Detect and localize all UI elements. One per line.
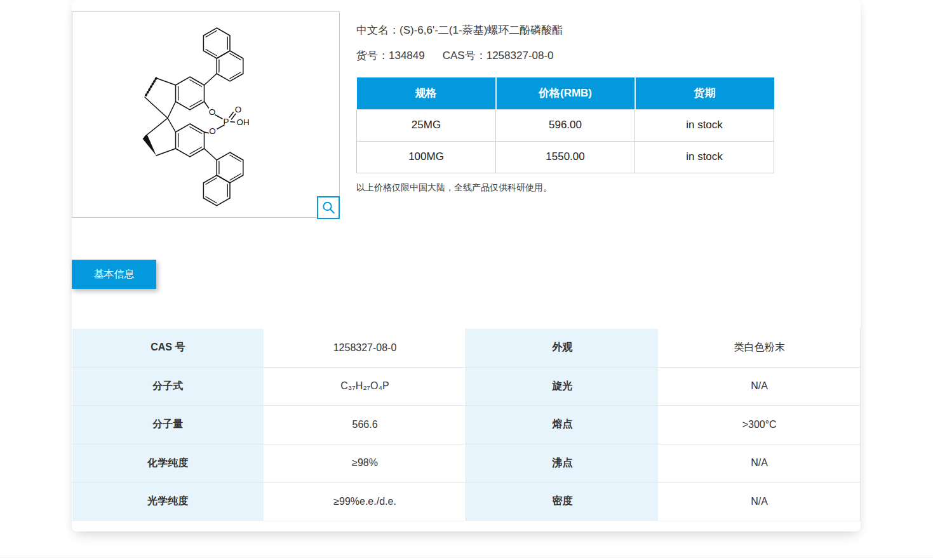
property-row: 分子式 C₃₇H₂₇O₄P 旋光 N/A — [72, 367, 861, 406]
svg-text:O: O — [209, 107, 216, 117]
product-detail-card: O P O OH O 中文名：(S)-6,6'-二(1-萘基)螺环二酚磷酸酯 货… — [72, 0, 861, 531]
property-label: 分子式 — [72, 367, 264, 406]
product-name: (S)-6,6'-二(1-萘基)螺环二酚磷酸酯 — [399, 24, 563, 36]
property-label: CAS 号 — [72, 329, 264, 368]
property-label: 分子量 — [72, 406, 264, 444]
property-row: 分子量 566.6 熔点 >300°C — [72, 406, 861, 444]
tab-basic-info[interactable]: 基本信息 — [72, 260, 156, 289]
svg-text:O: O — [209, 126, 216, 136]
svg-text:P: P — [223, 117, 229, 126]
price-row: 25MG 596.00 in stock — [357, 109, 774, 141]
price-cell-availability: in stock — [635, 141, 774, 173]
product-name-line: 中文名：(S)-6,6'-二(1-萘基)螺环二酚磷酸酯 — [356, 23, 861, 38]
property-label: 化学纯度 — [72, 444, 264, 483]
price-cell-availability: in stock — [635, 109, 774, 141]
property-label: 密度 — [466, 483, 659, 521]
property-row: 化学纯度 ≥98% 沸点 N/A — [72, 444, 861, 483]
product-id-line: 货号：134849CAS号：1258327-08-0 — [356, 48, 861, 63]
item-no-label: 货号： — [356, 50, 389, 62]
cas-label: CAS号： — [443, 50, 487, 62]
price-cell-price: 596.00 — [496, 109, 635, 141]
property-value: 类白色粉末 — [659, 329, 861, 368]
price-header-spec: 规格 — [357, 77, 496, 109]
property-label: 外观 — [466, 329, 659, 368]
property-value: N/A — [659, 483, 861, 521]
property-row: 光学纯度 ≥99%e.e./d.e. 密度 N/A — [72, 483, 861, 521]
structure-image-box: O P O OH O — [72, 11, 340, 218]
property-value: >300°C — [659, 406, 861, 444]
property-value: N/A — [659, 367, 861, 406]
price-table-header-row: 规格 价格(RMB) 货期 — [357, 77, 774, 109]
product-info: 中文名：(S)-6,6'-二(1-萘基)螺环二酚磷酸酯 货号：134849CAS… — [356, 11, 861, 194]
molecule-structure-image: O P O OH O — [72, 12, 339, 217]
zoom-button[interactable] — [317, 196, 340, 219]
price-header-price: 价格(RMB) — [496, 77, 635, 109]
property-value: ≥99%e.e./d.e. — [264, 483, 466, 521]
item-no: 134849 — [389, 50, 425, 62]
property-value: 566.6 — [264, 406, 466, 444]
property-value: N/A — [659, 444, 861, 483]
property-label: 旋光 — [466, 367, 659, 406]
price-note: 以上价格仅限中国大陆，全线产品仅供科研使用。 — [356, 182, 861, 194]
property-label: 光学纯度 — [72, 483, 264, 521]
property-row: CAS 号 1258327-08-0 外观 类白色粉末 — [72, 329, 861, 368]
price-header-availability: 货期 — [635, 77, 774, 109]
property-value: C₃₇H₂₇O₄P — [264, 367, 466, 406]
svg-text:OH: OH — [237, 117, 250, 127]
product-name-label: 中文名： — [356, 24, 399, 36]
price-row: 100MG 1550.00 in stock — [357, 141, 774, 173]
tab-row: 基本信息 — [72, 260, 861, 289]
svg-text:O: O — [235, 105, 242, 114]
price-cell-spec: 100MG — [357, 141, 496, 173]
property-value: ≥98% — [264, 444, 466, 483]
price-cell-spec: 25MG — [357, 109, 496, 141]
properties-table: CAS 号 1258327-08-0 外观 类白色粉末 分子式 C₃₇H₂₇O₄… — [72, 328, 861, 521]
top-section: O P O OH O 中文名：(S)-6,6'-二(1-萘基)螺环二酚磷酸酯 货… — [72, 11, 861, 218]
price-table: 规格 价格(RMB) 货期 25MG 596.00 in stock 100MG… — [356, 77, 774, 173]
price-cell-price: 1550.00 — [496, 141, 635, 173]
property-label: 熔点 — [466, 406, 659, 444]
magnifier-icon — [321, 200, 336, 215]
property-label: 沸点 — [466, 444, 659, 483]
cas-no: 1258327-08-0 — [487, 50, 554, 62]
footer-divider — [0, 557, 933, 557]
property-value: 1258327-08-0 — [264, 329, 466, 368]
